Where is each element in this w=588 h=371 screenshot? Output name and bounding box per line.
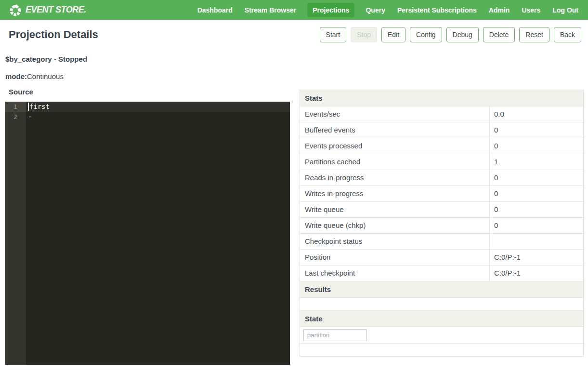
stat-label: Partitions cached — [300, 154, 490, 170]
brand-text: EVENT STORE. — [26, 5, 86, 15]
table-row: Partitions cached 1 — [300, 154, 583, 170]
stat-label: Checkpoint status — [300, 234, 490, 249]
stat-label: Last checkpoint — [300, 265, 490, 281]
stop-button: Stop — [351, 27, 377, 42]
mode-value: Continuous — [27, 72, 64, 80]
stat-value: C:0/P:-1 — [490, 250, 583, 265]
table-row: Write queue 0 — [300, 201, 583, 217]
code-text: - — [26, 112, 290, 122]
stat-label: Write queue (chkp) — [300, 218, 490, 233]
stat-value: 0 — [490, 122, 583, 138]
source-code-editor[interactable]: 1 first 2 - — [5, 102, 290, 365]
nav-item-persistent-subscriptions[interactable]: Persistent Subscriptions — [396, 3, 478, 17]
state-partition-row — [300, 327, 583, 343]
table-row: Events processed 0 — [300, 138, 583, 154]
details-tables: Stats Events/sec 0.0 Buffered events 0 E… — [300, 90, 584, 357]
event-store-logo-icon — [9, 3, 22, 17]
stat-value: 0 — [490, 170, 583, 186]
debug-button[interactable]: Debug — [446, 27, 479, 42]
mode-label: mode: — [5, 72, 27, 80]
content: Source 1 first 2 - Stats Events/sec 0.0 — [5, 88, 584, 365]
nav-item-log-out[interactable]: Log Out — [551, 3, 579, 17]
projection-status-heading: $by_category - Stopped — [5, 55, 588, 63]
stat-value: 1 — [490, 154, 583, 170]
mode-line: mode:Continuous — [5, 72, 588, 80]
nav-item-users[interactable]: Users — [521, 3, 541, 17]
stat-label: Position — [300, 250, 490, 265]
editor-line: 2 - — [5, 112, 290, 122]
line-number: 1 — [5, 102, 26, 112]
stat-label: Buffered events — [300, 122, 490, 138]
table-row: Writes in-progress 0 — [300, 186, 583, 201]
stat-value: 0 — [490, 202, 583, 217]
top-navbar: EVENT STORE. Dashboard Stream Browser Pr… — [0, 0, 588, 20]
page-head: Projection Details Start Stop Edit Confi… — [0, 20, 588, 42]
stat-label: Write queue — [300, 202, 490, 217]
stat-value: 0.0 — [490, 106, 583, 122]
table-row: Last checkpoint C:0/P:-1 — [300, 265, 583, 281]
back-button[interactable]: Back — [554, 27, 581, 42]
stat-label: Events/sec — [300, 106, 490, 122]
stat-value: C:0/P:-1 — [490, 265, 583, 281]
reset-button[interactable]: Reset — [519, 27, 549, 42]
results-section-header: Results — [300, 281, 583, 297]
stat-value: 0 — [490, 218, 583, 233]
table-row: Reads in-progress 0 — [300, 170, 583, 186]
toolbar: Start Stop Edit Config Debug Delete Rese… — [320, 27, 581, 42]
partition-input[interactable] — [303, 329, 367, 341]
stat-label: Writes in-progress — [300, 186, 490, 201]
table-row: Write queue (chkp) 0 — [300, 217, 583, 233]
delete-button[interactable]: Delete — [483, 27, 515, 42]
nav-item-query[interactable]: Query — [365, 3, 386, 17]
nav-item-dashboard[interactable]: Dashboard — [196, 3, 234, 17]
editor-gutter — [5, 102, 26, 365]
table-row: Position C:0/P:-1 — [300, 249, 583, 265]
stat-value: 0 — [490, 186, 583, 201]
edit-button[interactable]: Edit — [381, 27, 405, 42]
stat-label: Events processed — [300, 138, 490, 154]
brand[interactable]: EVENT STORE. — [9, 3, 86, 17]
stats-section-header: Stats — [300, 90, 583, 106]
results-empty-row — [300, 297, 583, 310]
nav-item-stream-browser[interactable]: Stream Browser — [244, 3, 297, 17]
details-panel: Stats Events/sec 0.0 Buffered events 0 E… — [300, 90, 584, 357]
nav-item-projections[interactable]: Projections — [307, 3, 354, 17]
start-button[interactable]: Start — [320, 27, 347, 42]
stat-value: 0 — [490, 138, 583, 154]
source-panel: Source 1 first 2 - — [5, 88, 290, 365]
state-section-header: State — [300, 310, 583, 327]
nav-item-admin[interactable]: Admin — [488, 3, 511, 17]
table-row: Checkpoint status — [300, 233, 583, 249]
table-row: Events/sec 0.0 — [300, 106, 583, 122]
line-number: 2 — [5, 112, 26, 122]
stat-label: Reads in-progress — [300, 170, 490, 186]
state-empty-row — [300, 343, 583, 356]
page-title: Projection Details — [9, 28, 98, 41]
table-row: Buffered events 0 — [300, 122, 583, 138]
source-label: Source — [9, 88, 290, 96]
nav-links: Dashboard Stream Browser Projections Que… — [196, 3, 579, 17]
config-button[interactable]: Config — [410, 27, 442, 42]
code-text: first — [26, 102, 290, 112]
editor-line: 1 first — [5, 102, 290, 112]
text-cursor — [28, 103, 29, 111]
editor-lines: 1 first 2 - — [5, 102, 290, 122]
stat-value — [490, 234, 583, 249]
